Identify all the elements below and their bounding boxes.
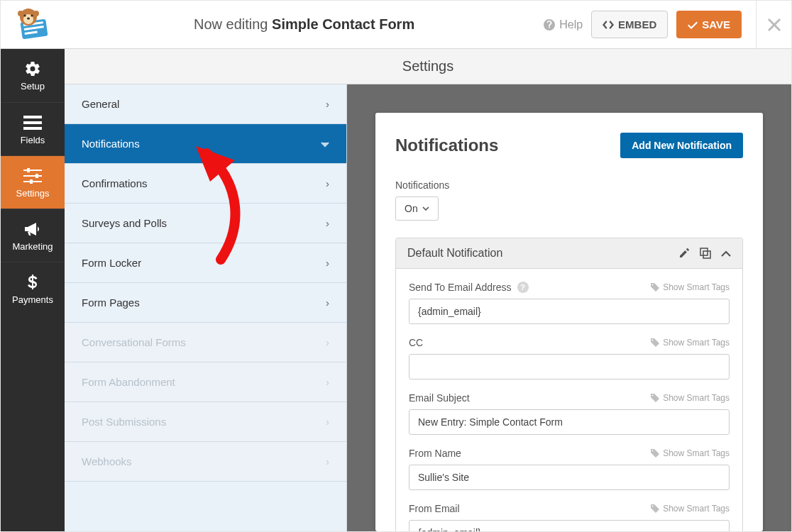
submenu-item-webhooks[interactable]: Webhooks › — [65, 442, 346, 482]
svg-rect-13 — [23, 127, 42, 130]
field-label: Send To Email Address ? — [409, 282, 529, 293]
chevron-right-icon: › — [326, 336, 329, 348]
svg-rect-14 — [23, 170, 42, 171]
submenu-item-formpages[interactable]: Form Pages › — [65, 283, 346, 323]
collapse-button[interactable] — [721, 250, 731, 257]
smart-tags-label: Show Smart Tags — [663, 338, 730, 348]
sidebar-item-settings[interactable]: Settings — [1, 155, 65, 209]
gear-icon — [24, 60, 41, 78]
field-row-fromname: From Name Show Smart Tags — [409, 448, 730, 490]
notification-block: Default Notification — [395, 238, 743, 531]
sliders-icon — [23, 167, 42, 185]
field-row-sendto: Send To Email Address ? Show Smart Tags — [409, 282, 730, 324]
submenu-item-notifications[interactable]: Notifications — [65, 124, 346, 164]
close-icon — [768, 18, 781, 31]
field-row-subject: Email Subject Show Smart Tags — [409, 392, 730, 435]
settings-submenu: General › Notifications Confirmations › … — [65, 84, 347, 531]
sidebar-item-marketing[interactable]: Marketing — [1, 209, 65, 262]
field-label: CC — [409, 337, 423, 348]
help-icon — [544, 19, 555, 31]
notifications-toggle-select[interactable]: On — [395, 196, 439, 221]
svg-rect-16 — [23, 175, 42, 177]
smart-tags-button[interactable]: Show Smart Tags — [651, 504, 730, 514]
list-icon — [23, 113, 42, 132]
editing-prefix: Now editing — [194, 16, 272, 32]
sidebar-item-label: Settings — [16, 188, 50, 199]
save-button[interactable]: SAVE — [676, 11, 742, 38]
cc-input[interactable] — [409, 354, 730, 379]
help-label: Help — [559, 18, 583, 31]
sidebar-item-label: Setup — [21, 81, 45, 92]
embed-button[interactable]: EMBED — [591, 11, 668, 38]
field-label: Email Subject — [409, 392, 470, 404]
tag-icon — [651, 449, 659, 458]
save-label: SAVE — [702, 18, 730, 31]
sidebar-item-fields[interactable]: Fields — [1, 102, 65, 155]
chevron-right-icon: › — [326, 455, 329, 467]
embed-label: EMBED — [618, 18, 656, 31]
help-hint-icon[interactable]: ? — [517, 282, 529, 293]
svg-point-5 — [18, 11, 23, 16]
submenu-item-conversational[interactable]: Conversational Forms › — [65, 323, 346, 362]
submenu-item-surveys[interactable]: Surveys and Polls › — [65, 204, 346, 243]
editing-form-name: Simple Contact Form — [272, 16, 414, 32]
help-link[interactable]: Help — [544, 18, 583, 31]
sidebar: Setup Fields Settings Marketing Payments — [1, 49, 65, 531]
smart-tags-button[interactable]: Show Smart Tags — [651, 393, 730, 403]
editing-title: Now editing Simple Contact Form — [65, 16, 544, 33]
panel-header: Notifications Add New Notification — [395, 133, 743, 158]
duplicate-button[interactable] — [700, 248, 711, 259]
megaphone-icon — [23, 220, 42, 238]
subject-input[interactable] — [409, 409, 730, 435]
submenu-item-formlocker[interactable]: Form Locker › — [65, 243, 346, 283]
tag-icon — [651, 338, 659, 347]
logo — [1, 8, 65, 42]
top-bar: Now editing Simple Contact Form Help EMB… — [1, 1, 791, 49]
smart-tags-label: Show Smart Tags — [663, 448, 730, 458]
svg-rect-15 — [27, 168, 30, 172]
add-notification-button[interactable]: Add New Notification — [620, 133, 743, 158]
submenu-item-label: Form Pages — [82, 297, 140, 309]
notification-block-body: Send To Email Address ? Show Smart Tags — [396, 269, 742, 531]
svg-rect-21 — [703, 251, 710, 258]
sendto-input[interactable] — [409, 299, 730, 324]
check-icon — [688, 21, 698, 29]
chevron-right-icon: › — [326, 376, 329, 388]
chevron-right-icon: › — [326, 177, 329, 189]
chevron-down-icon — [422, 206, 429, 211]
submenu-item-label: Form Locker — [82, 257, 141, 269]
close-button[interactable] — [756, 1, 791, 49]
submenu-item-confirmations[interactable]: Confirmations › — [65, 164, 346, 204]
smart-tags-button[interactable]: Show Smart Tags — [651, 448, 730, 458]
tag-icon — [651, 394, 659, 402]
svg-rect-12 — [23, 121, 42, 124]
fromemail-input[interactable] — [409, 520, 730, 531]
fromname-input[interactable] — [409, 465, 730, 490]
notifications-toggle-area: Notifications On — [395, 179, 743, 221]
notification-block-title: Default Notification — [407, 247, 502, 260]
code-icon — [603, 21, 614, 29]
sidebar-item-payments[interactable]: Payments — [1, 262, 65, 315]
tag-icon — [651, 283, 659, 292]
sidebar-item-setup[interactable]: Setup — [1, 49, 65, 102]
notifications-toggle-label: Notifications — [395, 179, 743, 191]
submenu-item-label: Surveys and Polls — [82, 217, 167, 229]
field-row-fromemail: From Email Show Smart Tags — [409, 503, 730, 531]
chevron-right-icon: › — [326, 217, 329, 229]
field-row-cc: CC Show Smart Tags — [409, 337, 730, 379]
notifications-toggle-value: On — [405, 203, 418, 214]
smart-tags-label: Show Smart Tags — [663, 504, 730, 514]
smart-tags-button[interactable]: Show Smart Tags — [651, 338, 730, 348]
submenu-item-postsubmissions[interactable]: Post Submissions › — [65, 402, 346, 442]
svg-rect-19 — [30, 179, 33, 184]
smart-tags-label: Show Smart Tags — [663, 393, 730, 403]
chevron-right-icon: › — [326, 257, 329, 269]
edit-button[interactable] — [678, 248, 690, 259]
submenu-item-label: Webhooks — [82, 455, 132, 467]
sidebar-item-label: Fields — [21, 135, 45, 145]
smart-tags-button[interactable]: Show Smart Tags — [651, 282, 730, 292]
chevron-up-icon — [721, 250, 731, 257]
submenu-item-general[interactable]: General › — [65, 84, 346, 124]
submenu-item-abandonment[interactable]: Form Abandonment › — [65, 362, 346, 402]
submenu-item-label: Notifications — [82, 138, 140, 150]
